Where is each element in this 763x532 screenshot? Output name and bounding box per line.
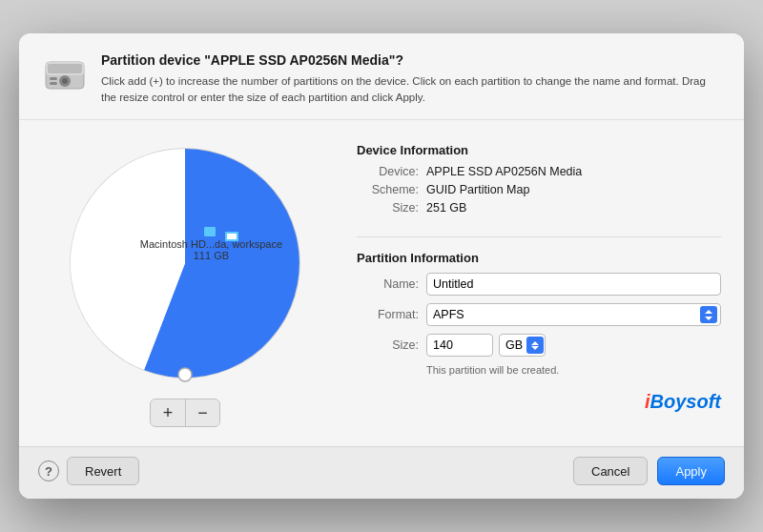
drag-handle[interactable] [178, 368, 192, 381]
partition-dialog: Partition device "APPLE SSD AP0256N Medi… [19, 33, 744, 500]
revert-button[interactable]: Revert [67, 457, 139, 485]
size-row: Size: 251 GB [357, 201, 721, 215]
dialog-description: Click add (+) to increase the number of … [101, 73, 721, 107]
cancel-button[interactable]: Cancel [573, 457, 648, 485]
partition-name-input[interactable] [426, 273, 721, 296]
dialog-header: Partition device "APPLE SSD AP0256N Medi… [19, 33, 744, 121]
svg-rect-6 [50, 82, 57, 85]
size-unit-wrapper: GB MB TB [499, 334, 546, 357]
size-form-label: Size: [357, 338, 419, 352]
size-unit-select[interactable]: GB MB TB [499, 334, 546, 357]
partition-info-title: Partition Information [357, 251, 721, 265]
format-select-wrapper: APFS Mac OS Extended (Journaled) ExFAT M… [426, 303, 721, 326]
scheme-row: Scheme: GUID Partition Map [357, 183, 721, 196]
partition-controls: + − [150, 399, 220, 427]
name-form-row: Name: [357, 273, 721, 296]
format-form-label: Format: [357, 308, 419, 321]
device-label: Device: [357, 165, 419, 178]
name-form-label: Name: [357, 277, 419, 291]
scheme-label: Scheme: [357, 183, 419, 196]
size-input-row: GB MB TB [426, 334, 546, 357]
dialog-title: Partition device "APPLE SSD AP0256N Medi… [101, 52, 721, 68]
header-text: Partition device "APPLE SSD AP0256N Medi… [101, 52, 721, 107]
pie-svg [61, 139, 309, 387]
add-partition-button[interactable]: + [151, 399, 185, 426]
partition-size-note: This partition will be created. [426, 364, 721, 376]
hdd-icon [42, 52, 88, 98]
svg-point-4 [62, 78, 68, 84]
info-area: Device Information Device: APPLE SSD AP0… [357, 139, 721, 427]
apply-button[interactable]: Apply [657, 457, 725, 485]
footer-right: Cancel Apply [573, 457, 725, 485]
device-value: APPLE SSD AP0256N Media [426, 165, 582, 178]
device-info-title: Device Information [357, 143, 721, 157]
size-value: 251 GB [426, 201, 466, 215]
dialog-body: Untitled 140 GB Macintosh HD...da, works… [19, 120, 744, 446]
device-row: Device: APPLE SSD AP0256N Media [357, 165, 721, 178]
dialog-footer: ? Revert Cancel Apply [19, 446, 744, 499]
iboysft-logo: iBoysoft [357, 385, 721, 413]
chart-area: Untitled 140 GB Macintosh HD...da, works… [42, 139, 328, 427]
footer-left: ? Revert [38, 457, 139, 485]
partition-thumb-inner [227, 234, 237, 239]
size-label: Size: [357, 201, 419, 215]
partition-size-input[interactable] [426, 334, 493, 357]
pie-chart: Untitled 140 GB Macintosh HD...da, works… [61, 139, 309, 387]
partition-info-section: Partition Information Name: Format: APFS… [357, 236, 721, 413]
format-select[interactable]: APFS Mac OS Extended (Journaled) ExFAT M… [426, 303, 721, 326]
scheme-value: GUID Partition Map [426, 183, 529, 196]
device-info-section: Device Information Device: APPLE SSD AP0… [357, 143, 721, 219]
svg-rect-2 [48, 64, 82, 73]
help-button[interactable]: ? [38, 460, 59, 481]
size-form-row: Size: GB MB TB [357, 334, 721, 357]
iboysft-logo-text: iBoysoft [645, 391, 721, 412]
remove-partition-button[interactable]: − [185, 399, 219, 426]
svg-rect-5 [50, 77, 57, 80]
format-form-row: Format: APFS Mac OS Extended (Journaled)… [357, 303, 721, 326]
